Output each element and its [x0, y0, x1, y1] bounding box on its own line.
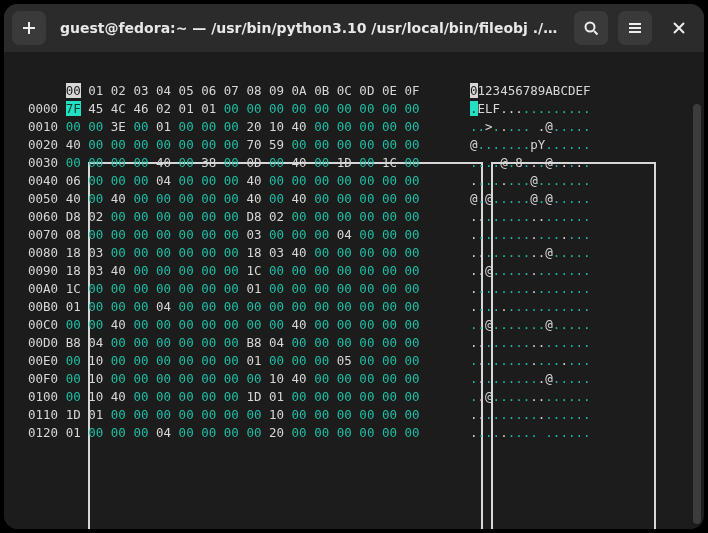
- hex-header: 00 01 02 03 04 05 06 07 08 09 0A 0B 0C 0…: [28, 82, 420, 100]
- ascii-row: .ELF............: [470, 100, 591, 118]
- hex-row: 0010 00 00 3E 00 01 00 00 00 20 10 40 00…: [28, 118, 420, 136]
- hex-row: 0070 08 00 00 00 00 00 00 00 03 00 00 00…: [28, 226, 420, 244]
- ascii-row: ................: [470, 226, 591, 244]
- ascii-grid: 0123456789ABCDEF.ELF..............>.....…: [470, 82, 591, 442]
- hex-grid: 00 01 02 03 04 05 06 07 08 09 0A 0B 0C 0…: [28, 82, 420, 442]
- ascii-row: ................: [470, 406, 591, 424]
- close-button[interactable]: [662, 11, 696, 45]
- window-title: guest@fedora:~ — /usr/bin/python3.10 /us…: [56, 20, 564, 36]
- plus-icon: [21, 20, 37, 36]
- svg-point-0: [586, 23, 595, 32]
- hex-row: 0120 01 00 00 00 04 00 00 00 00 20 00 00…: [28, 424, 420, 442]
- ascii-row: ................: [470, 298, 591, 316]
- hex-row: 00F0 00 10 00 00 00 00 00 00 00 10 40 00…: [28, 370, 420, 388]
- hex-row: 0100 00 10 40 00 00 00 00 00 1D 01 00 00…: [28, 388, 420, 406]
- ascii-row: ..........@.....: [470, 244, 591, 262]
- hex-row: 0030 00 00 00 00 40 00 38 00 0D 00 40 00…: [28, 154, 420, 172]
- ascii-row: ................: [470, 280, 591, 298]
- ascii-row: ....@.8...@.....: [470, 154, 591, 172]
- hex-row: 00E0 00 10 00 00 00 00 00 00 01 00 00 00…: [28, 352, 420, 370]
- ascii-row: ................: [470, 208, 591, 226]
- ascii-row: ................: [470, 334, 591, 352]
- hex-row: 0000 7F 45 4C 46 02 01 01 00 00 00 00 00…: [28, 100, 420, 118]
- search-icon: [583, 20, 599, 36]
- hex-row: 00B0 01 00 00 00 04 00 00 00 00 00 00 00…: [28, 298, 420, 316]
- scrollbar[interactable]: [693, 104, 701, 524]
- ascii-row: @.......pY......: [470, 136, 591, 154]
- search-button[interactable]: [574, 11, 608, 45]
- terminal-viewport[interactable]: 00 01 02 03 04 05 06 07 08 09 0A 0B 0C 0…: [4, 52, 704, 529]
- ascii-row: ..@.............: [470, 388, 591, 406]
- ascii-row: ..@.......@.....: [470, 316, 591, 334]
- hex-row: 00C0 00 00 40 00 00 00 00 00 00 00 40 00…: [28, 316, 420, 334]
- hex-row: 0110 1D 01 00 00 00 00 00 00 00 10 00 00…: [28, 406, 420, 424]
- hex-row: 0040 06 00 00 00 04 00 00 00 40 00 00 00…: [28, 172, 420, 190]
- close-icon: [672, 21, 686, 35]
- hex-row: 0090 18 03 40 00 00 00 00 00 1C 00 00 00…: [28, 262, 420, 280]
- hex-row: 00A0 1C 00 00 00 00 00 00 00 01 00 00 00…: [28, 280, 420, 298]
- hex-row: 0060 D8 02 00 00 00 00 00 00 D8 02 00 00…: [28, 208, 420, 226]
- ascii-row: ........@.......: [470, 172, 591, 190]
- ascii-row: ......... ......: [470, 424, 591, 442]
- ascii-row: @.@.....@.@.....: [470, 190, 591, 208]
- ascii-row: ..........@.....: [470, 370, 591, 388]
- menu-button[interactable]: [618, 11, 652, 45]
- hex-row: 0050 40 00 40 00 00 00 00 00 40 00 40 00…: [28, 190, 420, 208]
- hex-row: 00D0 B8 04 00 00 00 00 00 00 B8 04 00 00…: [28, 334, 420, 352]
- ascii-row: ..>..... .@.....: [470, 118, 591, 136]
- hamburger-icon: [627, 20, 643, 36]
- hex-row: 0020 40 00 00 00 00 00 00 00 70 59 00 00…: [28, 136, 420, 154]
- ascii-row: ..@.............: [470, 262, 591, 280]
- new-tab-button[interactable]: [12, 11, 46, 45]
- ascii-row: ................: [470, 352, 591, 370]
- hex-row: 0080 18 03 00 00 00 00 00 00 18 03 40 00…: [28, 244, 420, 262]
- titlebar: guest@fedora:~ — /usr/bin/python3.10 /us…: [4, 4, 704, 52]
- ascii-header: 0123456789ABCDEF: [470, 82, 591, 100]
